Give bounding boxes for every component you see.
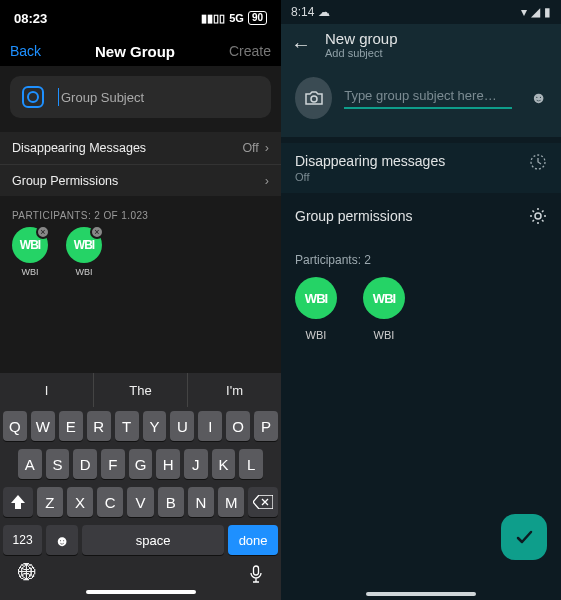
participant-chip[interactable]: WBI WBI — [295, 277, 337, 341]
clock: 08:23 — [14, 11, 47, 26]
group-permissions-row[interactable]: Group permissions — [281, 193, 561, 239]
key-row: 123 ☻ space done — [0, 521, 281, 559]
key-f[interactable]: F — [101, 449, 125, 479]
key-u[interactable]: U — [170, 411, 194, 441]
key-t[interactable]: T — [115, 411, 139, 441]
clock: 8:14 — [291, 5, 314, 19]
key-x[interactable]: X — [67, 487, 93, 517]
key-row: ZXCVBNM — [0, 483, 281, 521]
disappearing-messages-row[interactable]: Disappearing Messages Off › — [0, 132, 281, 164]
key-g[interactable]: G — [129, 449, 153, 479]
participants-header: Participants: 2 — [295, 253, 547, 267]
back-button[interactable]: Back — [10, 43, 41, 59]
android-screen: 8:14 ☁ ▾ ◢ ▮ ← New group Add subject ☻ D… — [281, 0, 561, 600]
row-value: Off — [242, 141, 258, 155]
suggestion-bar: I The I'm — [0, 373, 281, 407]
done-key[interactable]: done — [228, 525, 278, 555]
row-label: Disappearing messages — [295, 153, 445, 169]
suggestion[interactable]: I — [0, 373, 94, 407]
globe-icon[interactable]: 🌐︎ — [18, 563, 36, 584]
key-o[interactable]: O — [226, 411, 250, 441]
battery-indicator: 90 — [248, 11, 267, 25]
key-e[interactable]: E — [59, 411, 83, 441]
participant-chip[interactable]: WBI × WBI — [12, 227, 48, 277]
suggestion[interactable]: The — [94, 373, 188, 407]
participant-chip[interactable]: WBI × WBI — [66, 227, 102, 277]
participants-list: WBI × WBI WBI × WBI — [0, 227, 281, 277]
camera-icon[interactable] — [22, 86, 44, 108]
backspace-key[interactable] — [248, 487, 278, 517]
group-subject-row: ☻ — [281, 69, 561, 137]
key-i[interactable]: I — [198, 411, 222, 441]
svg-point-3 — [535, 213, 541, 219]
key-h[interactable]: H — [156, 449, 180, 479]
numbers-key[interactable]: 123 — [3, 525, 42, 555]
remove-icon[interactable]: × — [36, 225, 50, 239]
row-value: Off — [295, 171, 445, 183]
participants-list: WBI WBI WBI WBI — [295, 277, 547, 341]
disappearing-messages-row[interactable]: Disappearing messages Off — [281, 143, 561, 193]
key-a[interactable]: A — [18, 449, 42, 479]
chevron-right-icon: › — [265, 174, 269, 188]
battery-icon: ▮ — [544, 5, 551, 19]
key-b[interactable]: B — [158, 487, 184, 517]
key-v[interactable]: V — [127, 487, 153, 517]
ios-screen: 08:23 ▮▮▯▯ 5G 90 Back New Group Create D… — [0, 0, 281, 600]
back-button[interactable]: ← — [291, 33, 311, 56]
chevron-right-icon: › — [265, 141, 269, 155]
group-subject-input[interactable] — [58, 88, 259, 106]
key-row: ASDFGHJKL — [0, 445, 281, 483]
confirm-fab[interactable] — [501, 514, 547, 560]
cloud-icon: ☁ — [318, 5, 330, 19]
avatar: WBI — [295, 277, 337, 319]
participant-name: WBI — [76, 267, 93, 277]
key-j[interactable]: J — [184, 449, 208, 479]
key-m[interactable]: M — [218, 487, 244, 517]
key-w[interactable]: W — [31, 411, 55, 441]
group-subject-row — [10, 76, 271, 118]
create-button[interactable]: Create — [229, 43, 271, 59]
key-p[interactable]: P — [254, 411, 278, 441]
page-subtitle: Add subject — [325, 47, 398, 59]
key-row: QWERTYUIOP — [0, 407, 281, 445]
participants-header: PARTICIPANTS: 2 OF 1.023 — [12, 210, 269, 221]
key-r[interactable]: R — [87, 411, 111, 441]
status-bar: 08:23 ▮▮▯▯ 5G 90 — [0, 0, 281, 36]
home-indicator[interactable] — [86, 590, 196, 594]
participant-name: WBI — [374, 329, 395, 341]
key-k[interactable]: K — [212, 449, 236, 479]
key-s[interactable]: S — [46, 449, 70, 479]
app-bar: ← New group Add subject — [281, 24, 561, 69]
page-title: New Group — [95, 43, 175, 60]
key-q[interactable]: Q — [3, 411, 27, 441]
network-label: 5G — [229, 12, 244, 24]
key-d[interactable]: D — [73, 449, 97, 479]
signal-icon: ▮▮▯▯ — [201, 12, 225, 25]
shift-key[interactable] — [3, 487, 33, 517]
key-l[interactable]: L — [239, 449, 263, 479]
camera-icon[interactable] — [295, 77, 332, 119]
key-y[interactable]: Y — [143, 411, 167, 441]
key-c[interactable]: C — [97, 487, 123, 517]
participant-name: WBI — [306, 329, 327, 341]
participant-chip[interactable]: WBI WBI — [363, 277, 405, 341]
emoji-key[interactable]: ☻ — [46, 525, 78, 555]
home-indicator[interactable] — [366, 592, 476, 596]
row-label: Group Permissions — [12, 174, 118, 188]
nav-bar: Back New Group Create — [0, 36, 281, 66]
signal-icon: ◢ — [531, 5, 540, 19]
space-key[interactable]: space — [82, 525, 224, 555]
key-z[interactable]: Z — [37, 487, 63, 517]
key-n[interactable]: N — [188, 487, 214, 517]
svg-point-1 — [311, 96, 317, 102]
mic-icon[interactable] — [249, 565, 263, 583]
page-title: New group — [325, 30, 398, 47]
group-permissions-row[interactable]: Group Permissions › — [0, 164, 281, 196]
row-label: Disappearing Messages — [12, 141, 146, 155]
emoji-icon[interactable]: ☻ — [530, 89, 547, 107]
remove-icon[interactable]: × — [90, 225, 104, 239]
timer-icon — [529, 153, 547, 171]
group-subject-input[interactable] — [344, 88, 512, 109]
suggestion[interactable]: I'm — [188, 373, 281, 407]
wifi-icon: ▾ — [521, 5, 527, 19]
